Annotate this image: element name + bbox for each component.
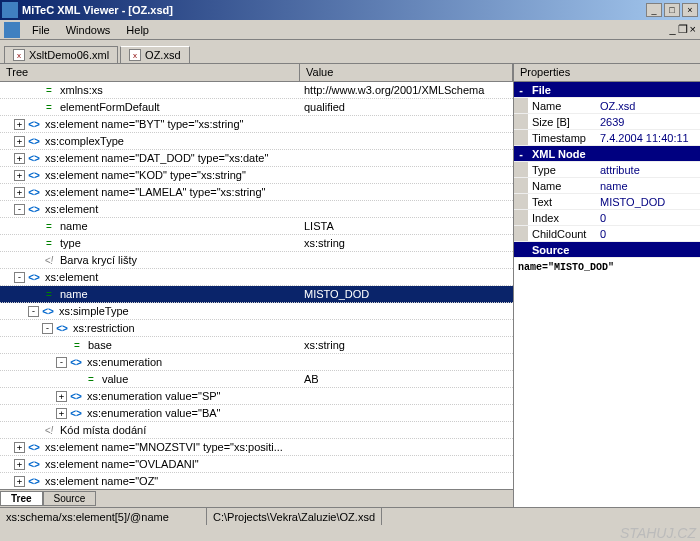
prop-row[interactable]: Typeattribute: [514, 162, 700, 178]
mdi-minimize-button[interactable]: _: [669, 23, 675, 36]
prop-section[interactable]: Source: [514, 242, 700, 258]
tree-row[interactable]: =valueAB: [0, 371, 513, 388]
expander-icon[interactable]: +: [56, 408, 67, 419]
title-bar: MiTeC XML Viewer - [OZ.xsd] _ □ ×: [0, 0, 700, 20]
prop-row[interactable]: Index0: [514, 210, 700, 226]
node-value: xs:string: [300, 339, 513, 351]
menu-file[interactable]: File: [24, 22, 58, 38]
status-bar: xs:schema/xs:element[5]/@name C:\Project…: [0, 507, 700, 525]
elem-node-icon: <>: [69, 356, 83, 368]
tree-row[interactable]: -<>xs:element: [0, 201, 513, 218]
section-toggle-icon[interactable]: -: [514, 146, 528, 161]
expander-icon[interactable]: +: [14, 119, 25, 130]
section-label: File: [528, 84, 598, 96]
tree-row[interactable]: <!Kód místa dodání: [0, 422, 513, 439]
node-label: type: [60, 237, 81, 249]
node-label: xs:element: [45, 203, 98, 215]
node-label: xs:enumeration: [87, 356, 162, 368]
expander-icon[interactable]: +: [14, 153, 25, 164]
expander-icon[interactable]: +: [14, 476, 25, 487]
elem-node-icon: <>: [27, 441, 41, 453]
node-value: qualified: [300, 101, 513, 113]
attr-node-icon: =: [70, 339, 84, 351]
node-value: MISTO_DOD: [300, 288, 513, 300]
tree-row[interactable]: -<>xs:restriction: [0, 320, 513, 337]
tree-row[interactable]: -<>xs:enumeration: [0, 354, 513, 371]
prop-value: attribute: [598, 164, 700, 176]
prop-row[interactable]: ChildCount0: [514, 226, 700, 242]
col-value[interactable]: Value: [300, 64, 513, 81]
prop-key: Timestamp: [528, 132, 598, 144]
expander-icon[interactable]: -: [42, 323, 53, 334]
tree-row[interactable]: =elementFormDefaultqualified: [0, 99, 513, 116]
tree-row[interactable]: =basexs:string: [0, 337, 513, 354]
maximize-button[interactable]: □: [664, 3, 680, 17]
close-button[interactable]: ×: [682, 3, 698, 17]
elem-node-icon: <>: [27, 203, 41, 215]
prop-row[interactable]: Size [B]2639: [514, 114, 700, 130]
node-label: Kód místa dodání: [60, 424, 146, 436]
node-label: base: [88, 339, 112, 351]
menu-help[interactable]: Help: [118, 22, 157, 38]
tree-row[interactable]: <!Barva krycí lišty: [0, 252, 513, 269]
prop-value: 2639: [598, 116, 700, 128]
prop-row[interactable]: TextMISTO_DOD: [514, 194, 700, 210]
tree-row[interactable]: +<>xs:complexType: [0, 133, 513, 150]
section-toggle-icon[interactable]: -: [514, 82, 528, 97]
tree-row[interactable]: +<>xs:enumeration value="SP": [0, 388, 513, 405]
properties-grid[interactable]: -FileNameOZ.xsdSize [B]2639Timestamp7.4.…: [514, 82, 700, 507]
section-toggle-icon[interactable]: [514, 242, 528, 257]
tree-row[interactable]: -<>xs:simpleType: [0, 303, 513, 320]
col-tree[interactable]: Tree: [0, 64, 300, 81]
node-value: LISTA: [300, 220, 513, 232]
tree-row[interactable]: =nameLISTA: [0, 218, 513, 235]
prop-row[interactable]: Timestamp7.4.2004 11:40:11: [514, 130, 700, 146]
expander-icon[interactable]: +: [56, 391, 67, 402]
tree-row[interactable]: +<>xs:enumeration value="BA": [0, 405, 513, 422]
tree-row[interactable]: +<>xs:element name="DAT_DOD" type="xs:da…: [0, 150, 513, 167]
expander-icon[interactable]: -: [28, 306, 39, 317]
attr-node-icon: =: [42, 220, 56, 232]
expander-icon[interactable]: -: [14, 272, 25, 283]
prop-row[interactable]: NameOZ.xsd: [514, 98, 700, 114]
expander-icon[interactable]: +: [14, 170, 25, 181]
prop-section[interactable]: -File: [514, 82, 700, 98]
view-tab-tree[interactable]: Tree: [0, 491, 43, 506]
tree-row[interactable]: -<>xs:element: [0, 269, 513, 286]
node-label: xs:element name="MNOZSTVI" type="xs:posi…: [45, 441, 283, 453]
tree-row[interactable]: +<>xs:element name="OVLADANI": [0, 456, 513, 473]
prop-key: Type: [528, 164, 598, 176]
expander-icon[interactable]: -: [56, 357, 67, 368]
tree-body[interactable]: =xmlns:xshttp://www.w3.org/2001/XMLSchem…: [0, 82, 513, 489]
tab-ozxsd[interactable]: x OZ.xsd: [120, 46, 189, 63]
node-label: value: [102, 373, 128, 385]
expander-icon[interactable]: -: [14, 204, 25, 215]
expander-icon[interactable]: +: [14, 459, 25, 470]
elem-node-icon: <>: [27, 118, 41, 130]
mdi-close-button[interactable]: ×: [690, 23, 696, 36]
tree-row[interactable]: +<>xs:element name="OZ": [0, 473, 513, 489]
expander-icon[interactable]: +: [14, 136, 25, 147]
node-label: xs:restriction: [73, 322, 135, 334]
node-label: xs:element name="OVLADANI": [45, 458, 199, 470]
prop-section[interactable]: -XML Node: [514, 146, 700, 162]
expander-icon[interactable]: +: [14, 442, 25, 453]
view-tab-source[interactable]: Source: [43, 491, 97, 506]
cmt-node-icon: <!: [42, 254, 56, 266]
tree-row[interactable]: +<>xs:element name="LAMELA" type="xs:str…: [0, 184, 513, 201]
expander-icon[interactable]: +: [14, 187, 25, 198]
node-label: xs:complexType: [45, 135, 124, 147]
tree-row[interactable]: +<>xs:element name="MNOZSTVI" type="xs:p…: [0, 439, 513, 456]
prop-value: 7.4.2004 11:40:11: [598, 132, 700, 144]
tree-row[interactable]: =nameMISTO_DOD: [0, 286, 513, 303]
tree-row[interactable]: =xmlns:xshttp://www.w3.org/2001/XMLSchem…: [0, 82, 513, 99]
tree-row[interactable]: +<>xs:element name="KOD" type="xs:string…: [0, 167, 513, 184]
menu-windows[interactable]: Windows: [58, 22, 119, 38]
mdi-restore-button[interactable]: ❐: [678, 23, 688, 36]
minimize-button[interactable]: _: [646, 3, 662, 17]
tree-row[interactable]: =typexs:string: [0, 235, 513, 252]
prop-row[interactable]: Namename: [514, 178, 700, 194]
prop-value: MISTO_DOD: [598, 196, 700, 208]
tab-xsltdemo[interactable]: x XsltDemo06.xml: [4, 46, 118, 63]
tree-row[interactable]: +<>xs:element name="BYT" type="xs:string…: [0, 116, 513, 133]
